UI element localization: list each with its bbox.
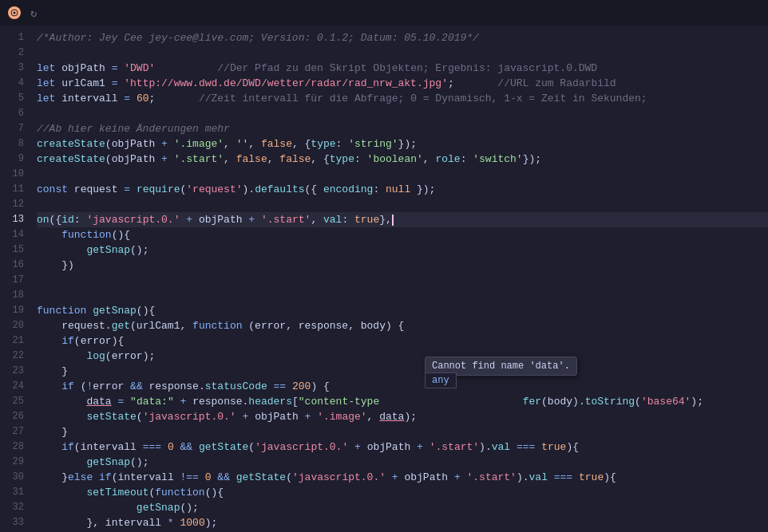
code-line-22: log(error); — [37, 349, 768, 364]
line-num-27: 27 — [6, 424, 24, 439]
code-line-6 — [37, 106, 768, 121]
code-line-29: getSnap(); — [37, 455, 768, 470]
line-num-6: 6 — [6, 106, 24, 121]
code-line-2 — [37, 45, 768, 61]
line-num-3: 3 — [6, 61, 24, 76]
line-num-16: 16 — [6, 258, 24, 273]
code-line-10 — [37, 167, 768, 182]
code-line-12 — [37, 197, 768, 212]
code-line-27: } — [37, 424, 768, 439]
code-line-21: if(error){ — [37, 333, 768, 349]
line-num-1: 1 — [6, 30, 24, 45]
code-line-3: let objPath = 'DWD' //Der Pfad zu den Sk… — [37, 61, 768, 76]
code-line-25: data = "data:" + response.headers["conte… — [37, 394, 768, 409]
code-line-19: function getSnap(){ — [37, 303, 768, 318]
code-line-30: }else if(intervall !== 0 && getState('ja… — [37, 470, 768, 485]
editor-container: ↻ 1 2 3 4 5 6 7 8 9 10 11 12 13 14 15 16… — [0, 0, 768, 532]
line-num-24: 24 — [6, 379, 24, 394]
line-num-10: 10 — [6, 167, 24, 182]
code-line-24: if (!error && response.statusCode == 200… — [37, 379, 768, 394]
title-bar: ↻ — [0, 0, 768, 26]
line-num-2: 2 — [6, 45, 24, 61]
line-num-30: 30 — [6, 470, 24, 485]
code-line-31: setTimeout(function(){ — [37, 485, 768, 500]
code-line-4: let urlCam1 = 'http://www.dwd.de/DWD/wet… — [37, 76, 768, 91]
line-num-25: 25 — [6, 394, 24, 409]
line-num-18: 18 — [6, 288, 24, 303]
code-line-15: getSnap(); — [37, 242, 768, 258]
code-line-16: }) — [37, 258, 768, 273]
code-line-32: getSnap(); — [37, 500, 768, 515]
line-num-28: 28 — [6, 439, 24, 455]
code-line-8: createState(objPath + '.image', '', fals… — [37, 136, 768, 152]
line-num-17: 17 — [6, 273, 24, 288]
code-line-9: createState(objPath + '.start', false, f… — [37, 152, 768, 167]
line-num-11: 11 — [6, 182, 24, 197]
line-num-20: 20 — [6, 318, 24, 333]
line-num-22: 22 — [6, 349, 24, 364]
code-line-14: function(){ — [37, 227, 768, 242]
line-num-19: 19 — [6, 303, 24, 318]
code-line-13: on({id: 'javascript.0.' + objPath + '.st… — [37, 212, 768, 227]
code-line-20: request.get(urlCam1, function (error, re… — [37, 318, 768, 333]
line-num-26: 26 — [6, 409, 24, 424]
line-num-13: 13 — [6, 212, 24, 227]
autocomplete-any[interactable]: any — [425, 372, 457, 388]
code-line-18 — [37, 288, 768, 303]
code-line-1: /*Author: Jey Cee jey-cee@live.com; Vers… — [37, 30, 768, 45]
target-icon — [8, 6, 21, 19]
code-line-23: } — [37, 364, 768, 379]
line-num-15: 15 — [6, 242, 24, 258]
code-line-7: //Ab hier keine Änderungen mehr — [37, 121, 768, 136]
line-num-21: 21 — [6, 333, 24, 349]
code-line-5: let intervall = 60; //Zeit intervall für… — [37, 91, 768, 106]
line-num-29: 29 — [6, 455, 24, 470]
code-line-17 — [37, 273, 768, 288]
line-num-4: 4 — [6, 76, 24, 91]
line-num-8: 8 — [6, 136, 24, 152]
code-content[interactable]: /*Author: Jey Cee jey-cee@live.com; Vers… — [34, 26, 768, 532]
code-area: 1 2 3 4 5 6 7 8 9 10 11 12 13 14 15 16 1… — [0, 26, 768, 532]
code-line-33: }, intervall * 1000); — [37, 515, 768, 530]
line-numbers: 1 2 3 4 5 6 7 8 9 10 11 12 13 14 15 16 1… — [0, 26, 34, 532]
line-num-23: 23 — [6, 364, 24, 379]
line-num-14: 14 — [6, 227, 24, 242]
line-num-33: 33 — [6, 515, 24, 530]
line-num-5: 5 — [6, 91, 24, 106]
code-line-11: const request = require('request').defau… — [37, 182, 768, 197]
svg-point-1 — [14, 12, 16, 14]
line-num-9: 9 — [6, 152, 24, 167]
line-num-31: 31 — [6, 485, 24, 500]
code-line-26: setState('javascript.0.' + objPath + '.i… — [37, 409, 768, 424]
line-num-32: 32 — [6, 500, 24, 515]
line-num-7: 7 — [6, 121, 24, 136]
code-line-28: if(intervall === 0 && getState('javascri… — [37, 439, 768, 455]
refresh-icon[interactable]: ↻ — [30, 6, 37, 20]
line-num-12: 12 — [6, 197, 24, 212]
